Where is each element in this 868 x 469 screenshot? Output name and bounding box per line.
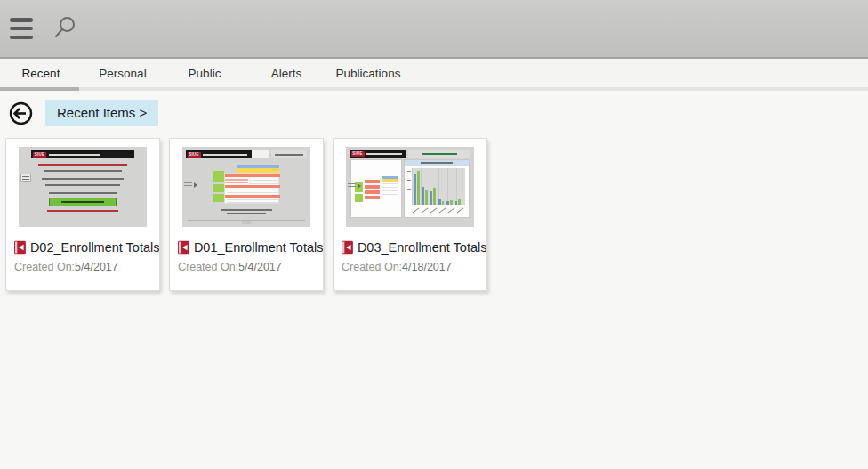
back-button[interactable]: [9, 101, 33, 125]
thumb-text-line: [348, 183, 356, 184]
thumb-red-text-line: [54, 214, 111, 215]
document-title: D01_Enrollment Totals...: [194, 240, 323, 255]
webi-document-icon: [342, 240, 353, 255]
thumb-table-hairline: [227, 190, 278, 190]
thumb-table-salmon-row: [365, 185, 380, 189]
thumb-bar: [450, 200, 453, 205]
thumb-table-hairline: [227, 202, 278, 203]
thumb-text-line: [49, 192, 117, 194]
menu-button[interactable]: [10, 18, 36, 39]
thumb-table-hairline: [249, 180, 279, 181]
thumb-text-line: [42, 178, 124, 180]
thumb-bar: [438, 199, 441, 205]
thumb-axis-tick: [407, 198, 411, 198]
active-tab-underline: [0, 87, 79, 91]
thumb-table-green-cell: [213, 171, 224, 182]
thumb-axis-label: [448, 208, 455, 214]
thumb-axis-tick: [407, 180, 411, 181]
thumb-table-yellow-header: [382, 179, 398, 182]
search-icon: [52, 15, 77, 40]
thumb-table-hairline: [227, 199, 278, 200]
thumb-table-green-cell: [213, 184, 224, 192]
recent-items-breadcrumb[interactable]: Recent Items >: [45, 100, 158, 126]
thumb-text-line: [44, 182, 122, 183]
thumb-table-green-cell: [213, 194, 224, 202]
document-title: D03_Enrollment Totals...: [358, 240, 486, 255]
tab-alerts[interactable]: Alerts: [245, 59, 327, 87]
thumb-table-salmon-row: [365, 180, 380, 183]
thumb-bar: [446, 201, 449, 205]
document-card-d02[interactable]: SIUE: [5, 138, 160, 291]
thumb-bar: [417, 171, 420, 205]
created-on-label: Created On:: [14, 261, 75, 273]
thumb-text-line: [421, 162, 453, 164]
thumb-table-hairline: [382, 190, 398, 191]
document-thumbnail: SIUE: [182, 147, 310, 227]
tab-bar: Recent Personal Public Alerts Publicatio…: [0, 59, 868, 91]
thumb-text-line: [348, 186, 356, 187]
thumb-text-line: [22, 176, 29, 177]
thumb-table-hairline: [382, 187, 398, 188]
document-card-d03[interactable]: SIUE: [333, 138, 487, 291]
thumb-axis-label: [457, 208, 464, 214]
thumb-header-bar: SIUE: [350, 150, 406, 158]
tab-recent[interactable]: Recent: [0, 59, 82, 87]
webi-document-icon: [14, 240, 26, 255]
thumb-green-button-label-line: [61, 201, 104, 203]
thumb-text-line: [221, 209, 272, 211]
search-button[interactable]: [52, 15, 77, 43]
thumb-red-text-line: [47, 210, 118, 212]
thumb-header-text-line: [203, 154, 247, 156]
thumb-table-body: [224, 173, 279, 204]
created-on-row: Created On:4/18/2017: [342, 261, 486, 273]
hamburger-icon: [10, 27, 33, 31]
thumb-table-salmon-row: [225, 185, 280, 189]
thumb-text-line: [45, 190, 120, 191]
created-on-row: Created On:5/4/2017: [178, 261, 323, 273]
thumb-axis-tick: [407, 189, 411, 190]
thumb-table-salmon-row: [365, 196, 380, 199]
thumb-text-line: [275, 154, 303, 156]
thumb-green-button: [49, 198, 117, 206]
thumb-table-salmon-row: [365, 190, 380, 194]
document-thumbnail: SIUE: [19, 147, 147, 227]
created-on-row: Created On:5/4/2017: [14, 261, 159, 273]
thumb-table-salmon-subrow: [225, 179, 248, 181]
thumb-table-salmon-subrow: [225, 182, 248, 183]
tab-public[interactable]: Public: [164, 59, 245, 87]
top-app-bar: [0, 0, 868, 59]
thumb-arrow-icon: [194, 182, 197, 188]
thumb-report-title-strip: [408, 150, 470, 158]
arrow-left-circle-icon: [9, 101, 33, 125]
thumb-chart-title-bar: [405, 160, 469, 166]
thumb-text-line: [45, 184, 120, 186]
thumb-bar-chart: [412, 168, 465, 205]
thumb-report-table: [213, 165, 281, 205]
created-on-label: Created On:: [342, 261, 402, 273]
document-card-list: SIUE: [5, 138, 868, 291]
thumb-header-tab: [252, 150, 269, 158]
thumb-bar: [414, 174, 416, 205]
thumb-prompt-widget: [20, 174, 31, 182]
thumb-table-hairline: [249, 183, 279, 184]
tab-publications[interactable]: Publications: [327, 59, 409, 87]
thumb-text-line: [22, 179, 29, 180]
thumb-bar: [433, 188, 436, 205]
thumb-table-hairline: [382, 194, 398, 195]
hamburger-icon: [10, 18, 33, 22]
thumb-text-line: [47, 174, 118, 175]
thumb-table-hairline: [382, 183, 398, 184]
tab-personal[interactable]: Personal: [82, 59, 164, 87]
thumb-header-text-line: [49, 154, 100, 156]
thumb-header-bar: SIUE: [186, 150, 252, 158]
thumb-arrow-icon: [358, 183, 361, 189]
thumb-page-tab: [242, 221, 251, 224]
document-card-d01[interactable]: SIUE: [169, 138, 324, 291]
thumb-table-salmon-row: [225, 174, 280, 177]
thumb-table-green-cell: [355, 194, 363, 202]
thumb-axis-label: [422, 208, 429, 214]
thumb-bar: [430, 191, 433, 205]
created-on-date: 5/4/2017: [75, 261, 118, 273]
created-on-label: Created On:: [178, 261, 238, 273]
thumb-report-title-strip: [271, 150, 307, 158]
